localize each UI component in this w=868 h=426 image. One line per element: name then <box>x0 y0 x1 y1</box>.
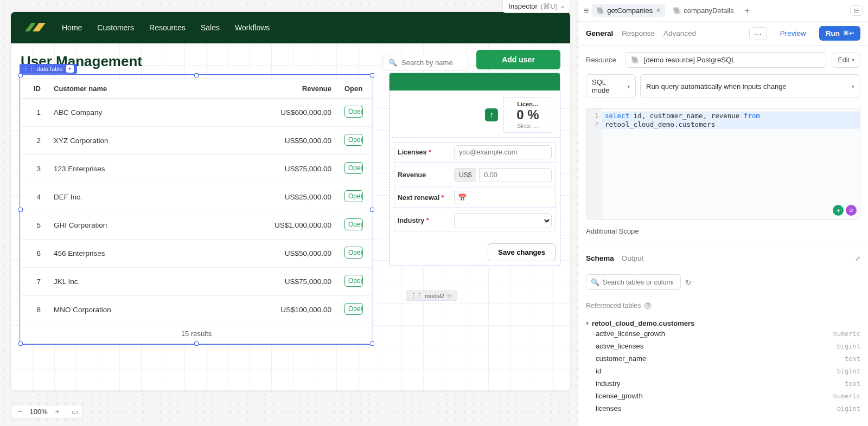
col-revenue[interactable]: Revenue <box>246 79 338 99</box>
tree-column[interactable]: active_license_growthnumeric <box>586 327 860 340</box>
field-licenses: Licenses * <box>394 142 556 163</box>
resize-handle[interactable] <box>370 73 374 78</box>
tree-column[interactable]: licensesbigint <box>586 402 860 415</box>
modal-component-pill[interactable]: ⋮⋮ modal2 👁 <box>406 291 457 301</box>
table-footer: 15 results <box>21 324 372 343</box>
col-id[interactable]: ID <box>21 79 47 99</box>
table-row[interactable]: 3123 EnterprisesUS$75,000.00Open <box>21 155 372 183</box>
cell-name: XYZ Corporation <box>47 127 246 155</box>
nav-customers[interactable]: Customers <box>97 23 134 32</box>
subtab-response[interactable]: Response <box>622 29 655 37</box>
table-row[interactable]: 4DEF Inc.US$25,000.00Open <box>21 183 372 211</box>
open-button[interactable]: Open <box>344 247 363 259</box>
schema-search-input[interactable] <box>603 279 673 286</box>
collapse-icon[interactable]: ⊟ <box>850 5 863 16</box>
resize-handle[interactable] <box>370 208 374 212</box>
ai-chat-icon[interactable]: ☺ <box>846 205 857 216</box>
trigger-select[interactable]: Run query automatically when inputs chan… <box>640 74 860 98</box>
nav-resources[interactable]: Resources <box>149 23 186 32</box>
revenue-input[interactable] <box>479 168 552 182</box>
close-icon[interactable]: ✕ <box>656 7 661 14</box>
ai-sparkle-icon[interactable]: ✦ <box>66 65 74 73</box>
edit-resource-button[interactable]: Edit ▾ <box>832 53 860 68</box>
column-name: industry <box>596 379 621 388</box>
tab-schema[interactable]: Schema <box>586 254 614 262</box>
line-gutter: 1 2 <box>586 108 602 219</box>
search-input[interactable] <box>401 59 461 67</box>
col-customer-name[interactable]: Customer name <box>47 79 246 99</box>
chevron-left-icon: « <box>561 3 564 10</box>
table-row[interactable]: 2XYZ CorporationUS$50,000.00Open <box>21 127 372 155</box>
help-icon[interactable]: ? <box>644 302 652 309</box>
open-button[interactable]: Open <box>344 275 363 287</box>
chevron-down-icon: ▾ <box>586 320 589 326</box>
device-toggle-icon[interactable]: ▭ <box>67 408 78 416</box>
resize-handle[interactable] <box>370 341 374 346</box>
run-button[interactable]: Run ⌘↩ <box>819 26 860 41</box>
revenue-label: Revenue <box>398 171 450 179</box>
data-table[interactable]: ID Customer name Revenue Open 1ABC Compa… <box>21 79 372 344</box>
expand-icon[interactable]: ⤢ <box>855 255 860 262</box>
resize-handle[interactable] <box>194 73 199 78</box>
code-content[interactable]: select id, customer_name, revenue from r… <box>605 112 856 129</box>
tree-column[interactable]: customer_nametext <box>586 352 860 365</box>
open-button[interactable]: Open <box>344 106 363 118</box>
zoom-out-button[interactable]: − <box>16 408 24 416</box>
add-user-button[interactable]: Add user <box>476 50 560 69</box>
open-button[interactable]: Open <box>344 162 363 174</box>
column-type: bigint <box>837 405 860 412</box>
tab-output[interactable]: Output <box>622 254 644 262</box>
col-open[interactable]: Open <box>338 79 372 99</box>
menu-icon[interactable]: ≡ <box>584 6 589 16</box>
sql-mode-select[interactable]: SQL mode ▾ <box>586 74 636 98</box>
cell-revenue: US$25,000.00 <box>246 183 338 211</box>
industry-select[interactable] <box>454 213 552 228</box>
refresh-icon[interactable]: ↻ <box>685 278 692 287</box>
save-changes-button[interactable]: Save changes <box>488 243 556 261</box>
open-button[interactable]: Open <box>344 134 363 146</box>
tree-root[interactable]: ▾ retool_cloud_demo.customers <box>586 319 860 327</box>
licenses-input[interactable] <box>454 145 552 159</box>
tab-getcompanies[interactable]: 🐘 getCompanies ✕ <box>592 4 665 17</box>
sql-editor[interactable]: 1 2 select id, customer_name, revenue fr… <box>586 108 860 220</box>
table-row[interactable]: 5GHI CorporationUS$1,000,000.00Open <box>21 211 372 240</box>
calendar-icon[interactable]: 📅 <box>454 191 470 204</box>
selection-badge[interactable]: ⋮⋮ dataTable ✦ <box>20 64 77 74</box>
search-box[interactable]: 🔍 <box>382 55 468 70</box>
table-row[interactable]: 1ABC CompanyUS$600,000.00Open <box>21 99 372 127</box>
subtab-advanced[interactable]: Advanced <box>663 29 696 37</box>
arrow-up-icon: ↑ <box>485 108 498 121</box>
preview-button[interactable]: Preview <box>776 27 810 40</box>
table-row[interactable]: 6456 EnterprisesUS$50,000.00Open <box>21 240 372 268</box>
detail-panel[interactable]: ↑ Licen… 0 % Since … Licenses * <box>389 73 560 266</box>
tree-column[interactable]: active_licensesbigint <box>586 340 860 352</box>
tree-column[interactable]: idbigint <box>586 365 860 377</box>
table-row[interactable]: 8MNO CorporationUS$100,000.00Open <box>21 296 372 324</box>
app-body: User Management 🔍 Add user ⋮⋮ dataTable … <box>11 43 570 391</box>
ai-assist-icon[interactable]: ＋ <box>833 205 844 216</box>
tree-column[interactable]: industrytext <box>586 377 860 390</box>
cell-name: 456 Enterprises <box>47 240 246 268</box>
nav-sales[interactable]: Sales <box>201 23 220 32</box>
open-button[interactable]: Open <box>344 190 363 202</box>
more-menu-button[interactable]: ··· <box>749 27 767 40</box>
open-button[interactable]: Open <box>344 218 363 230</box>
add-tab-button[interactable]: + <box>742 6 753 16</box>
resize-handle[interactable] <box>18 341 23 346</box>
inspector-toggle[interactable]: Inspector (⌘U) « <box>502 0 570 13</box>
resource-select[interactable]: 🐘 [demo resource] PostgreSQL <box>625 52 826 68</box>
subtab-general[interactable]: General <box>586 29 613 37</box>
open-button[interactable]: Open <box>344 303 363 315</box>
tab-companydetails[interactable]: 🐘 companyDetails <box>668 4 738 17</box>
resize-handle[interactable] <box>18 73 23 78</box>
tree-column[interactable]: license_growthnumeric <box>586 390 860 402</box>
next-renewal-label: Next renewal * <box>398 194 450 202</box>
resize-handle[interactable] <box>18 208 23 212</box>
table-row[interactable]: 7JKL Inc.US$75,000.00Open <box>21 268 372 296</box>
nav-home[interactable]: Home <box>62 23 82 32</box>
nav-workflows[interactable]: Workflows <box>235 23 270 32</box>
schema-search-box[interactable]: 🔍 <box>586 274 681 290</box>
resize-handle[interactable] <box>194 341 199 346</box>
zoom-in-button[interactable]: + <box>53 408 62 416</box>
column-type: text <box>845 355 860 363</box>
